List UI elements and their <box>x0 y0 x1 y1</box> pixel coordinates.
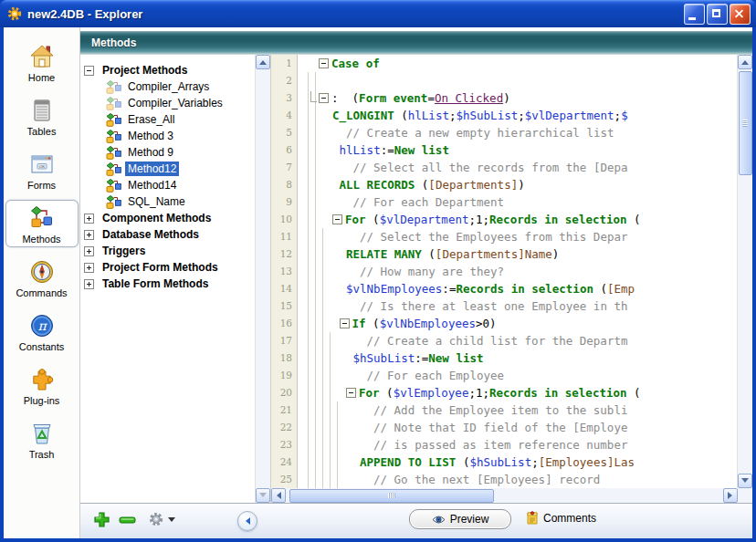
tree-scrollbar[interactable] <box>255 55 270 503</box>
add-method-button[interactable] <box>93 511 110 528</box>
actions-menu-button[interactable] <box>148 511 175 527</box>
trash-icon <box>6 419 78 447</box>
sidebar-item-commands[interactable]: Commands <box>5 254 79 301</box>
fold-collapse-icon[interactable] <box>346 388 356 398</box>
line-number: 14 <box>271 280 297 297</box>
code-line[interactable]: // Go the next [Employees] record <box>298 471 737 488</box>
title-bar[interactable]: new2.4DB - Explorer <box>0 0 756 27</box>
code-vertical-scrollbar[interactable] <box>737 55 752 488</box>
tree-item-component-methods[interactable]: Component Methods <box>80 210 255 226</box>
minimize-button[interactable] <box>684 4 705 25</box>
scroll-down-icon[interactable] <box>738 474 752 488</box>
scroll-up-icon[interactable] <box>256 55 270 69</box>
vertical-scroll-thumb[interactable] <box>739 71 752 175</box>
code-line[interactable]: // Is there at least one Employee in th <box>298 297 737 315</box>
code-line[interactable]: $vlNbEmployees:=Records in selection ([E… <box>298 280 737 297</box>
sidebar-item-home[interactable]: Home <box>5 38 79 86</box>
tree-item-database-methods[interactable]: Database Methods <box>80 226 255 243</box>
expand-box-icon[interactable] <box>84 230 94 240</box>
code-line[interactable]: // Add the Employee item to the subli <box>298 401 737 419</box>
code-line[interactable]: C_LONGINT (hlList;$hSubList;$vlDepartmen… <box>298 107 737 124</box>
code-line[interactable]: // Create a child list for the Departm <box>298 332 737 349</box>
code-line[interactable]: // For each Employee <box>298 367 737 384</box>
sidebar-item-tables[interactable]: Tables <box>5 92 79 140</box>
code-line[interactable] <box>298 72 737 89</box>
fold-collapse-icon[interactable] <box>319 58 329 68</box>
code-line[interactable]: // Select the Employees from this Depar <box>298 228 737 245</box>
fold-collapse-icon[interactable] <box>332 214 342 224</box>
code-horizontal-scrollbar[interactable] <box>271 488 738 503</box>
sidebar-item-label: Commands <box>6 287 78 298</box>
line-number: 24 <box>271 453 297 471</box>
code-line[interactable]: If ($vlNbEmployees>0) <box>298 315 737 332</box>
collapse-pane-button[interactable] <box>237 511 257 531</box>
window-title: new2.4DB - Explorer <box>27 7 684 21</box>
sidebar-item-label: Home <box>6 72 78 83</box>
delete-method-button[interactable] <box>119 516 136 524</box>
line-number: 18 <box>271 349 297 367</box>
tree-item-triggers[interactable]: Triggers <box>80 243 255 259</box>
constants-icon: π <box>6 311 78 339</box>
tree-item-table-form-methods[interactable]: Table Form Methods <box>80 276 255 292</box>
close-button[interactable] <box>730 4 751 25</box>
fold-collapse-icon[interactable] <box>340 318 350 328</box>
sidebar-item-methods[interactable]: Methods <box>5 200 79 247</box>
tree-item-compiler_arrays[interactable]: Compiler_Arrays <box>80 78 255 95</box>
horizontal-scroll-thumb[interactable] <box>289 489 494 503</box>
line-number: 23 <box>271 436 297 453</box>
tree-item-project-methods[interactable]: Project Methods <box>80 62 255 78</box>
code-line[interactable]: // Select all the records from the [Depa <box>298 159 737 176</box>
expand-box-icon[interactable] <box>84 214 94 224</box>
method-icon <box>106 97 121 110</box>
home-icon <box>6 42 78 70</box>
code-line[interactable]: // For each Department <box>298 193 737 211</box>
tree-item-compiler_variables[interactable]: Compiler_Variables <box>80 95 255 111</box>
code-line[interactable]: hlList:=New list <box>298 141 737 159</box>
branch-connector <box>310 91 317 102</box>
methods-tree: Project MethodsCompiler_ArraysCompiler_V… <box>80 55 255 503</box>
line-number: 6 <box>271 141 297 159</box>
code-line[interactable]: APPEND TO LIST ($hSubList;[Employees]Las <box>298 453 737 471</box>
maximize-button[interactable] <box>707 4 728 25</box>
code-line[interactable]: RELATE MANY ([Departments]Name) <box>298 245 737 263</box>
sidebar-item-constants[interactable]: πConstants <box>5 307 79 355</box>
methods-icon <box>6 203 78 232</box>
fold-collapse-icon[interactable] <box>319 93 329 103</box>
tree-item-method12[interactable]: Method12 <box>80 161 255 177</box>
tree-item-project-form-methods[interactable]: Project Form Methods <box>80 259 255 276</box>
scrollbar-corner <box>738 488 752 503</box>
tree-item-sql_name[interactable]: SQL_Name <box>80 193 255 210</box>
scroll-left-icon[interactable] <box>271 488 286 503</box>
sidebar-item-label: Tables <box>6 126 78 137</box>
tree-item-method-3[interactable]: Method 3 <box>80 128 255 144</box>
code-line[interactable]: // is passed as item reference number <box>298 436 737 453</box>
line-number: 2 <box>271 72 297 89</box>
code-line[interactable]: ALL RECORDS ([Departments]) <box>298 176 737 193</box>
collapse-box-icon[interactable] <box>84 66 94 76</box>
code-editor[interactable]: Case of: (Form event=On Clicked)C_LONGIN… <box>298 55 737 488</box>
comments-label: Comments <box>543 512 596 525</box>
line-number: 20 <box>271 384 297 401</box>
scroll-up-icon[interactable] <box>738 55 752 69</box>
preview-button[interactable]: Preview <box>409 509 511 529</box>
code-line[interactable]: For ($vlEmployee;1;Records in selection … <box>298 384 737 401</box>
sidebar-item-forms[interactable]: OKForms <box>5 146 79 193</box>
tree-item-method14[interactable]: Method14 <box>80 177 255 193</box>
comments-button[interactable]: Comments <box>526 511 596 525</box>
code-line[interactable]: // Create a new empty hierarchical list <box>298 124 737 141</box>
sidebar-item-trash[interactable]: Trash <box>5 415 79 463</box>
code-line[interactable]: $hSubList:=New list <box>298 349 737 367</box>
code-line[interactable]: : (Form event=On Clicked) <box>298 89 737 107</box>
code-line[interactable]: Case of <box>298 55 737 72</box>
expand-box-icon[interactable] <box>84 246 94 256</box>
sidebar-item-plugins[interactable]: Plug-ins <box>5 361 79 409</box>
scroll-right-icon[interactable] <box>723 488 738 503</box>
tree-item-method-9[interactable]: Method 9 <box>80 144 255 161</box>
tree-item-erase_all[interactable]: Erase_All <box>80 111 255 128</box>
code-line[interactable]: // Note that ID field of the [Employe <box>298 419 737 436</box>
expand-box-icon[interactable] <box>84 263 94 273</box>
code-line[interactable]: // How many are they? <box>298 263 737 280</box>
code-line[interactable]: For ($vlDepartment;1;Records in selectio… <box>298 211 737 228</box>
expand-box-icon[interactable] <box>84 279 94 289</box>
scroll-down-icon[interactable] <box>256 488 270 503</box>
